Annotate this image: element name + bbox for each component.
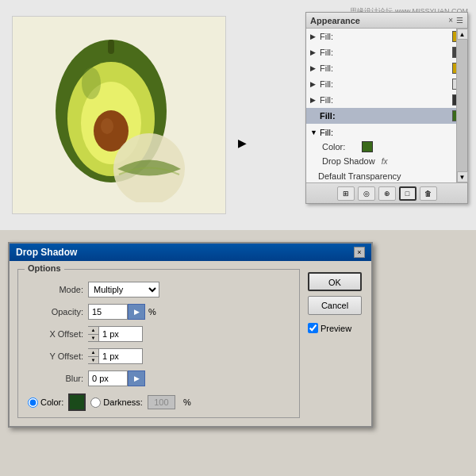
- fill-label-2: Fill:: [320, 48, 449, 57]
- scroll-up-button[interactable]: ▲: [457, 29, 468, 40]
- fill-row-2[interactable]: ▶ Fill:: [306, 44, 467, 60]
- expand-icon-2: ▶: [310, 48, 318, 56]
- mode-select[interactable]: Multiply Normal Screen: [88, 282, 159, 298]
- opacity-arrow-button[interactable]: ▶: [128, 304, 145, 320]
- fill-row-1[interactable]: ▶ Fill:: [306, 29, 467, 44]
- scroll-down-button[interactable]: ▼: [457, 171, 468, 182]
- x-offset-row: X Offset: ▲ ▼: [28, 325, 290, 343]
- expand-row: ▼ Fill:: [310, 125, 463, 140]
- color-row: Color: Darkness: %: [28, 393, 290, 411]
- svg-rect-5: [108, 40, 114, 54]
- options-group: Options Mode: Multiply Normal Screen Opa…: [17, 269, 300, 418]
- darkness-input: [148, 395, 175, 409]
- fill-label-5: Fill:: [320, 95, 449, 105]
- svg-point-6: [82, 67, 101, 99]
- drop-shadow-detail-row: Drop Shadow fx: [310, 154, 463, 168]
- fill-row-selected[interactable]: Fill:: [306, 108, 467, 124]
- default-transparency-label: Default Transparency: [318, 171, 401, 181]
- mode-row: Mode: Multiply Normal Screen: [28, 281, 290, 298]
- new-layer-icon-button[interactable]: □: [399, 186, 416, 201]
- y-offset-label: Y Offset:: [28, 351, 83, 361]
- appearance-panel: Appearance × ☰ ▶ Fill: ▶ Fill:: [305, 12, 468, 204]
- fill-row-5[interactable]: ▶ Fill:: [306, 92, 467, 108]
- fill-label-selected: Fill:: [320, 111, 449, 121]
- svg-point-4: [101, 118, 113, 134]
- color-radio-label[interactable]: Color:: [28, 397, 63, 408]
- expand-icon-5: ▶: [310, 96, 318, 104]
- blur-label: Blur:: [28, 374, 83, 383]
- delete-icon-button[interactable]: 🗑: [420, 186, 437, 201]
- dialog-title: Drop Shadow: [16, 247, 77, 258]
- fill-row-3[interactable]: ▶ Fill:: [306, 60, 467, 76]
- preview-label[interactable]: Preview: [308, 323, 351, 333]
- expand-triangle: ▼: [310, 129, 317, 136]
- fill-label-4: Fill:: [320, 79, 449, 89]
- expand-label: Fill:: [320, 128, 333, 137]
- opacity-unit: %: [148, 307, 156, 317]
- panel-rows: ▶ Fill: ▶ Fill: ▶ Fill: ▶ Fill:: [306, 29, 467, 182]
- fill-row-4[interactable]: ▶ Fill:: [306, 76, 467, 92]
- opacity-label: Opacity:: [28, 307, 83, 317]
- drop-shadow-text: Drop Shadow: [322, 156, 375, 166]
- color-detail-label: Color:: [322, 142, 362, 152]
- selection-arrow: ▶: [238, 136, 247, 149]
- dialog-buttons: OK Cancel Preview: [308, 269, 363, 418]
- color-swatch-dialog[interactable]: [68, 393, 86, 411]
- x-offset-stepper: ▲ ▼: [88, 326, 143, 342]
- ok-button[interactable]: OK: [308, 272, 362, 291]
- y-offset-up[interactable]: ▲: [88, 349, 98, 357]
- y-offset-stepper: ▲ ▼: [88, 348, 143, 364]
- avocado-illustration: [12, 16, 226, 214]
- x-offset-label: X Offset:: [28, 329, 83, 339]
- expand-icon-3: ▶: [310, 64, 318, 72]
- dialog-body: Options Mode: Multiply Normal Screen Opa…: [10, 261, 371, 426]
- fill-label-3: Fill:: [320, 63, 449, 73]
- darkness-radio-label[interactable]: Darkness:: [90, 397, 143, 408]
- darkness-unit: %: [183, 397, 191, 407]
- color-radio-text: Color:: [40, 397, 63, 407]
- preview-row: Preview: [308, 323, 363, 333]
- expand-icon-1: ▶: [310, 33, 318, 40]
- scroll-track[interactable]: [457, 40, 467, 171]
- panel-menu-icon[interactable]: ☰: [456, 16, 463, 25]
- panel-titlebar: Appearance × ☰: [306, 13, 467, 29]
- panel-footer: ⊞ ◎ ⊕ □ 🗑: [306, 182, 467, 203]
- x-offset-input[interactable]: [99, 326, 143, 342]
- panel-close-button[interactable]: ×: [448, 16, 453, 25]
- color-detail-row: Color:: [310, 140, 463, 154]
- y-offset-stepper-arrows[interactable]: ▲ ▼: [88, 348, 99, 364]
- mode-label: Mode:: [28, 285, 83, 294]
- cancel-button[interactable]: Cancel: [308, 296, 362, 315]
- drop-shadow-dialog: Drop Shadow × Options Mode: Multiply Nor…: [8, 242, 373, 428]
- dialog-titlebar: Drop Shadow ×: [10, 244, 371, 261]
- panel-title: Appearance: [310, 16, 360, 25]
- link-icon-button[interactable]: ⊕: [378, 186, 396, 201]
- dialog-close-button[interactable]: ×: [354, 247, 365, 258]
- blur-arrow-button[interactable]: ▶: [128, 370, 145, 386]
- y-offset-down[interactable]: ▼: [88, 357, 98, 364]
- x-offset-up[interactable]: ▲: [88, 327, 98, 335]
- darkness-radio-text: Darkness:: [103, 397, 143, 407]
- blur-input[interactable]: [88, 370, 128, 386]
- opacity-row: Opacity: ▶ %: [28, 303, 290, 321]
- fill-label-1: Fill:: [320, 32, 449, 41]
- style-icon-button[interactable]: ◎: [358, 186, 375, 201]
- y-offset-row: Y Offset: ▲ ▼: [28, 347, 290, 365]
- y-offset-input[interactable]: [99, 348, 143, 364]
- blur-row: Blur: ▶: [28, 370, 290, 387]
- darkness-radio[interactable]: [90, 397, 101, 408]
- preview-checkbox[interactable]: [308, 323, 318, 333]
- default-transparency-row: Default Transparency: [306, 170, 467, 182]
- x-offset-down[interactable]: ▼: [88, 335, 98, 342]
- panel-scrollbar[interactable]: ▲ ▼: [456, 29, 467, 182]
- opacity-input[interactable]: [88, 304, 128, 320]
- x-offset-stepper-arrows[interactable]: ▲ ▼: [88, 326, 99, 342]
- color-detail-swatch[interactable]: [362, 141, 373, 152]
- color-radio[interactable]: [28, 397, 38, 408]
- top-area: 思缘设计论坛 www.MISSYUAN.COM ▶ Appe: [0, 0, 476, 230]
- fx-icon: fx: [382, 157, 388, 166]
- expand-section: ▼ Fill: Color: Drop Shadow fx: [306, 124, 467, 170]
- options-legend: Options: [25, 263, 64, 273]
- expand-icon-4: ▶: [310, 80, 318, 88]
- layers-icon-button[interactable]: ⊞: [337, 186, 355, 201]
